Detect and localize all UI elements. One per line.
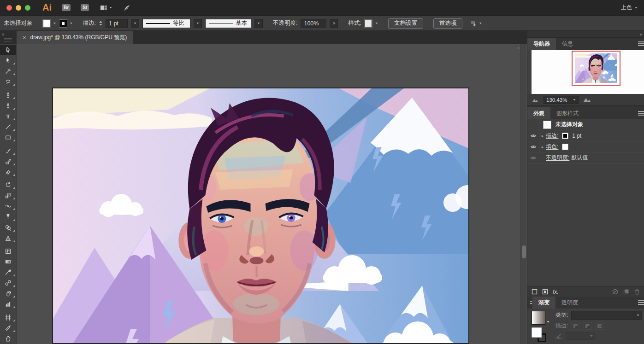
brush-definition-chevron[interactable] — [254, 19, 263, 28]
delete-item-icon[interactable] — [634, 289, 640, 295]
tab-info[interactable]: 信息 — [556, 38, 579, 50]
gradient-angle-dropdown[interactable] — [566, 332, 595, 340]
tool-pen[interactable] — [0, 90, 16, 100]
tool-width[interactable] — [0, 201, 16, 211]
width-profile-dropdown[interactable]: 等比 — [142, 19, 190, 28]
tool-slice[interactable] — [0, 323, 16, 333]
style-swatch[interactable] — [365, 20, 372, 27]
tool-perspective-grid[interactable] — [0, 233, 16, 244]
tool-column-graph[interactable] — [0, 299, 16, 309]
appearance-row-fill[interactable]: ▸ 填色: — [527, 141, 644, 152]
stock-button[interactable]: St — [81, 4, 89, 11]
opacity-label[interactable]: 不透明度: — [273, 19, 297, 27]
canvas-area[interactable]: ^ — [17, 44, 527, 344]
fill-stroke-proxy[interactable] — [532, 327, 548, 344]
appearance-row-opacity[interactable]: 不透明度: 默认值 — [527, 152, 644, 163]
tool-line-segment[interactable] — [0, 122, 16, 132]
stroke-visibility-toggle[interactable] — [527, 130, 539, 141]
add-new-stroke-icon[interactable] — [532, 289, 538, 295]
gradient-stroke-within-button[interactable] — [571, 322, 580, 330]
stroke-weight-stepper[interactable] — [99, 21, 102, 26]
close-window-button[interactable] — [6, 5, 12, 11]
tool-magic-wand[interactable] — [0, 66, 16, 76]
brush-definition-dropdown[interactable]: 基本 — [205, 19, 251, 28]
fill-chevron-icon[interactable] — [53, 23, 56, 24]
add-effect-button[interactable]: fx. — [553, 289, 559, 295]
navigator-panel-menu-icon[interactable] — [638, 41, 644, 47]
workspace-switcher[interactable]: 上色 — [621, 4, 638, 12]
opacity-input[interactable]: 100% — [301, 19, 326, 28]
tool-rotate[interactable] — [0, 180, 16, 190]
gradient-stroke-across-button[interactable] — [595, 322, 604, 330]
appearance-row-no-selection[interactable]: 未选择对象 — [527, 119, 644, 130]
fill-proxy-icon[interactable] — [532, 327, 542, 338]
stroke-chevron-icon[interactable] — [70, 23, 73, 24]
tool-paintbrush[interactable] — [0, 146, 16, 156]
document-tab[interactable]: × draw.jpg* @ 130.43% (RGB/GPU 预览) — [17, 31, 133, 44]
tab-gradient[interactable]: 渐变 — [532, 297, 555, 309]
tool-eraser[interactable] — [0, 167, 16, 177]
opacity-visibility-toggle[interactable] — [527, 152, 539, 163]
navigator-preview[interactable] — [527, 50, 644, 94]
toolbar-grip[interactable] — [4, 38, 12, 42]
tab-appearance[interactable]: 外观 — [527, 107, 550, 119]
fill-swatch[interactable] — [562, 144, 568, 150]
tab-navigator[interactable]: 导航器 — [527, 38, 556, 50]
toolbar-expand-button[interactable]: » — [2, 32, 4, 37]
tool-direct-selection[interactable] — [0, 55, 16, 66]
tab-transparency[interactable]: 透明度 — [555, 297, 584, 309]
stroke-weight-dropdown[interactable] — [131, 19, 139, 28]
expand-chevron-icon[interactable]: ▸ — [539, 145, 546, 149]
style-chevron-icon[interactable] — [375, 23, 378, 24]
appearance-opacity-label[interactable]: 不透明度: — [546, 154, 569, 162]
fill-color-swatch[interactable] — [43, 20, 50, 27]
share-button[interactable] — [123, 4, 131, 12]
navigator-zoom-field[interactable]: 130.43% — [544, 96, 579, 104]
appearance-row-stroke[interactable]: ▸ 描边: 1 pt — [527, 130, 644, 141]
minimize-window-button[interactable] — [16, 5, 21, 11]
tool-shape-builder[interactable] — [0, 222, 16, 233]
bridge-button[interactable]: Br — [62, 4, 71, 11]
artboard-image[interactable] — [52, 87, 469, 344]
gradient-type-dropdown[interactable] — [571, 311, 642, 320]
stroke-swatch[interactable] — [562, 133, 568, 139]
gradient-panel-menu-icon[interactable] — [638, 300, 644, 306]
tool-curvature[interactable] — [0, 100, 16, 111]
appearance-stroke-label[interactable]: 描边: — [546, 132, 558, 140]
preferences-button[interactable]: 首选项 — [433, 18, 463, 29]
tool-scale[interactable] — [0, 190, 16, 201]
tool-lasso[interactable] — [0, 76, 16, 87]
tool-type[interactable]: T — [0, 111, 16, 122]
stroke-color-swatch[interactable] — [59, 20, 67, 27]
gradient-stroke-along-button[interactable] — [583, 322, 592, 330]
zoom-in-mountains-icon[interactable] — [583, 97, 592, 103]
canvas-vertical-scrollbar[interactable] — [520, 44, 526, 344]
zoom-window-button[interactable] — [25, 5, 30, 11]
tool-rectangle[interactable] — [0, 132, 16, 143]
scrollbar-thumb[interactable] — [522, 245, 526, 258]
appearance-fill-label[interactable]: 填色: — [546, 143, 558, 151]
clear-appearance-icon[interactable] — [612, 289, 618, 295]
tool-puppet-warp[interactable] — [0, 211, 16, 222]
appearance-panel-menu-icon[interactable] — [638, 111, 644, 117]
dock-collapse-button[interactable]: » — [639, 32, 642, 37]
zoom-out-mountains-icon[interactable] — [532, 97, 539, 102]
tool-artboard[interactable] — [0, 312, 16, 323]
opacity-expand-button[interactable]: > — [330, 19, 338, 28]
tool-gradient[interactable] — [0, 257, 16, 267]
tool-eyedropper[interactable] — [0, 267, 16, 278]
tool-blend[interactable] — [0, 278, 16, 288]
panel-collapse-toggle[interactable] — [527, 297, 532, 309]
gradient-swatch[interactable] — [532, 311, 545, 325]
tool-hand[interactable] — [0, 333, 16, 344]
document-setup-button[interactable]: 文档设置 — [388, 18, 423, 29]
tool-mesh[interactable] — [0, 246, 16, 257]
fill-visibility-toggle[interactable] — [527, 141, 539, 152]
tool-shaper[interactable] — [0, 156, 16, 167]
panel-collapse-chevron[interactable]: ^ — [517, 47, 520, 52]
stroke-weight-label[interactable]: 描边: — [83, 19, 96, 27]
arrange-documents-button[interactable] — [100, 5, 112, 11]
duplicate-item-icon[interactable] — [623, 289, 629, 295]
tab-graphic-styles[interactable]: 图形样式 — [550, 107, 585, 119]
panel-selector-button[interactable] — [470, 20, 482, 27]
